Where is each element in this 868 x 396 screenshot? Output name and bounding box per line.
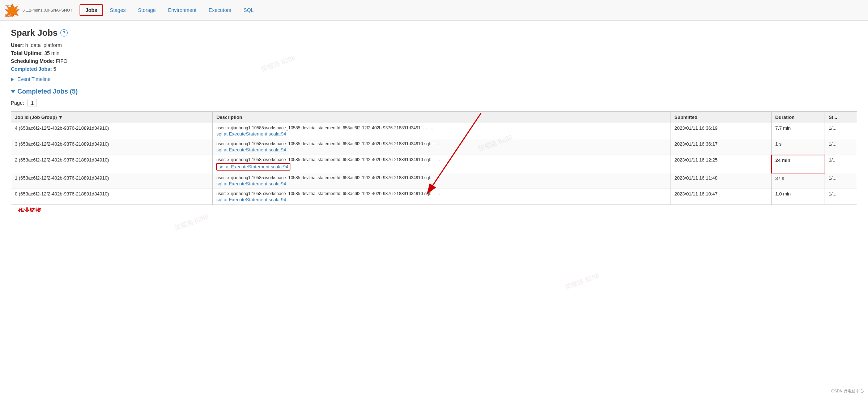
nav-stages[interactable]: Stages xyxy=(105,5,131,16)
desc-main-text: user: xujianhong1:10585:workspace_10585.… xyxy=(216,157,513,162)
spark-logo-icon: Apache Spark xyxy=(4,2,20,18)
th-submitted: Submitted xyxy=(671,112,771,123)
desc-main-text: user: xujianhong1:10585:workspace_10585.… xyxy=(216,175,513,180)
scheduling-value: FIFO xyxy=(56,58,67,64)
main-content: Spark Jobs ? User: h_data_platform Total… xyxy=(0,21,868,212)
cell-description: user: xujianhong1:10585:workspace_10585.… xyxy=(213,155,671,173)
cell-description: user: xujianhong1:10585:workspace_10585.… xyxy=(213,189,671,205)
cell-job-id: 0 (653ac6f2-12f2-402b-9376-218891d34910) xyxy=(11,189,213,205)
th-stages: St... xyxy=(825,112,857,123)
cell-submitted: 2023/01/11 16:11:48 xyxy=(671,173,771,189)
page-label: Page: xyxy=(11,100,24,106)
jobs-table: Job Id (Job Group) ▼ Description Submitt… xyxy=(11,111,857,205)
desc-main-text: user: xujianhong1:10585:workspace_10585.… xyxy=(216,191,513,196)
page-title: Spark Jobs xyxy=(11,28,58,38)
cell-submitted: 2023/01/11 16:10:47 xyxy=(671,189,771,205)
user-label: User: xyxy=(11,42,24,48)
help-icon[interactable]: ? xyxy=(60,29,68,36)
cell-duration: 24 min xyxy=(771,155,825,173)
cell-stages: 1/... xyxy=(825,173,857,189)
desc-link[interactable]: sql at ExecuteStatement.scala:94 xyxy=(216,197,667,202)
page-number[interactable]: 1 xyxy=(27,99,37,107)
cell-description: user: xujianhong1:10585:workspace_10585.… xyxy=(213,123,671,139)
completed-jobs-section-label: Completed Jobs (5) xyxy=(17,88,78,95)
cell-submitted: 2023/01/11 16:36:19 xyxy=(671,123,771,139)
job-link-annotation: 作业链接 xyxy=(18,207,41,212)
cell-description: user: xujianhong1:10585:workspace_10585.… xyxy=(213,139,671,155)
th-duration: Duration xyxy=(771,112,825,123)
cell-duration: 37 s xyxy=(771,173,825,189)
version-label: 3.1.2-mdh1.0.0-SNAPSHOT xyxy=(22,8,72,12)
table-header: Job Id (Job Group) ▼ Description Submitt… xyxy=(11,112,857,123)
table-body: 4 (653ac6f2-12f2-402b-9376-218891d34910)… xyxy=(11,123,857,205)
user-value: h_data_platform xyxy=(25,42,62,48)
pagination: Page: 1 xyxy=(11,99,857,107)
cell-stages: 1/... xyxy=(825,189,857,205)
cell-stages: 1/... xyxy=(825,155,857,173)
th-description: Description xyxy=(213,112,671,123)
triangle-right-icon xyxy=(11,77,14,82)
cell-submitted: 2023/01/11 16:36:17 xyxy=(671,139,771,155)
cell-job-id: 1 (653ac6f2-12f2-402b-9376-218891d34910) xyxy=(11,173,213,189)
cell-stages: 1/... xyxy=(825,123,857,139)
table-row: 2 (653ac6f2-12f2-402b-9376-218891d34910)… xyxy=(11,155,857,173)
nav-jobs[interactable]: Jobs xyxy=(80,4,103,16)
cell-description: user: xujianhong1:10585:workspace_10585.… xyxy=(213,173,671,189)
event-timeline-link[interactable]: Event Timeline xyxy=(17,76,51,82)
completed-jobs-link[interactable]: Completed Jobs: xyxy=(11,66,52,72)
nav-storage[interactable]: Storage xyxy=(132,5,161,16)
th-job-id[interactable]: Job Id (Job Group) ▼ xyxy=(11,112,213,123)
desc-link[interactable]: sql at ExecuteStatement.scala:94 xyxy=(216,147,667,152)
cell-duration: 1 s xyxy=(771,139,825,155)
table-container: Job Id (Job Group) ▼ Description Submitt… xyxy=(11,111,857,205)
desc-link[interactable]: sql at ExecuteStatement.scala:94 xyxy=(216,131,667,137)
table-row: 4 (653ac6f2-12f2-402b-9376-218891d34910)… xyxy=(11,123,857,139)
cell-duration: 1.0 min xyxy=(771,189,825,205)
cell-stages: 1/... xyxy=(825,139,857,155)
nav-executors[interactable]: Executors xyxy=(203,5,237,16)
table-row: 3 (653ac6f2-12f2-402b-9376-218891d34910)… xyxy=(11,139,857,155)
table-row: 1 (653ac6f2-12f2-402b-9376-218891d34910)… xyxy=(11,173,857,189)
svg-text:Apache: Apache xyxy=(5,4,12,7)
uptime-value: 35 min xyxy=(44,50,59,56)
cell-job-id: 2 (653ac6f2-12f2-402b-9376-218891d34910) xyxy=(11,155,213,173)
cell-duration: 7.7 min xyxy=(771,123,825,139)
nav-sql[interactable]: SQL xyxy=(238,5,259,16)
scheduling-label: Scheduling Mode: xyxy=(11,58,55,64)
user-info: User: h_data_platform xyxy=(11,42,857,48)
brand: Apache Spark 3.1.2-mdh1.0.0-SNAPSHOT xyxy=(4,2,72,18)
triangle-down-icon xyxy=(11,90,15,93)
uptime-label: Total Uptime: xyxy=(11,50,43,56)
event-timeline[interactable]: Event Timeline xyxy=(11,76,857,82)
completed-jobs-value: 5 xyxy=(53,66,56,72)
desc-main-text: user: xujianhong1:10585:workspace_10585.… xyxy=(216,125,513,130)
desc-link[interactable]: sql at ExecuteStatement.scala:94 xyxy=(216,163,290,171)
completed-jobs-section-header: Completed Jobs (5) xyxy=(11,88,857,95)
completed-jobs-info: Completed Jobs: 5 xyxy=(11,66,857,72)
svg-text:Spark: Spark xyxy=(5,13,14,17)
scheduling-info: Scheduling Mode: FIFO xyxy=(11,58,857,64)
cell-job-id: 4 (653ac6f2-12f2-402b-9376-218891d34910) xyxy=(11,123,213,139)
uptime-info: Total Uptime: 35 min xyxy=(11,50,857,56)
page-title-row: Spark Jobs ? xyxy=(11,28,857,38)
desc-link[interactable]: sql at ExecuteStatement.scala:94 xyxy=(216,181,667,186)
cell-submitted: 2023/01/11 16:12:25 xyxy=(671,155,771,173)
cell-job-id: 3 (653ac6f2-12f2-402b-9376-218891d34910) xyxy=(11,139,213,155)
table-row: 0 (653ac6f2-12f2-402b-9376-218891d34910)… xyxy=(11,189,857,205)
desc-main-text: user: xujianhong1:10585:workspace_10585.… xyxy=(216,141,513,146)
nav-environment[interactable]: Environment xyxy=(163,5,202,16)
navbar: Apache Spark 3.1.2-mdh1.0.0-SNAPSHOT Job… xyxy=(0,0,868,21)
